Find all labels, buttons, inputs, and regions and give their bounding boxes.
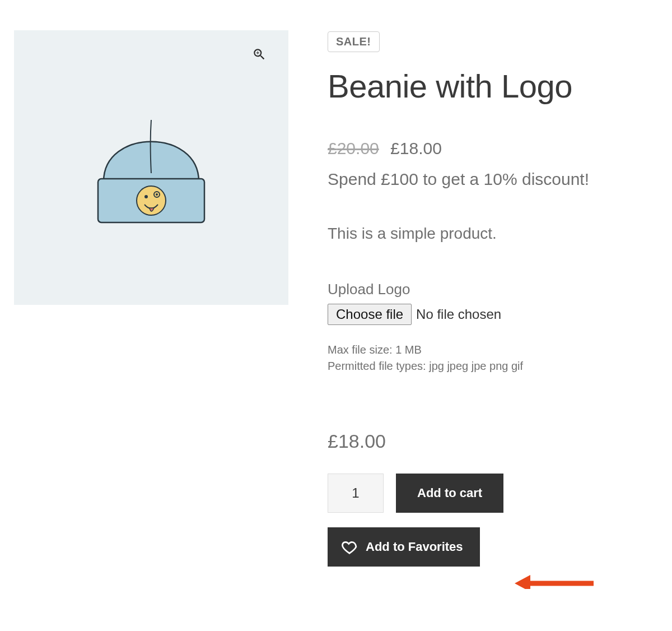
product-illustration — [78, 95, 224, 240]
quantity-input[interactable] — [328, 474, 384, 513]
upload-label: Upload Logo — [328, 281, 658, 298]
price-sale: £18.00 — [390, 139, 442, 157]
upload-section: Upload Logo Choose file No file chosen M… — [328, 281, 658, 374]
product-title: Beanie with Logo — [328, 68, 658, 105]
zoom-icon[interactable] — [252, 47, 269, 64]
sale-badge: SALE! — [328, 31, 380, 52]
file-status: No file chosen — [416, 307, 501, 322]
file-hint-size: Max file size: 1 MB — [328, 342, 658, 358]
price-original: £20.00 — [328, 139, 379, 157]
choose-file-button[interactable]: Choose file — [328, 304, 412, 325]
svg-point-2 — [144, 195, 148, 198]
price-row: £20.00 £18.00 — [328, 139, 658, 158]
file-hint-types: Permitted file types: jpg jpeg jpe png g… — [328, 358, 658, 374]
short-description: This is a simple product. — [328, 225, 658, 243]
add-to-cart-button[interactable]: Add to cart — [396, 474, 503, 513]
heart-icon — [341, 539, 358, 555]
annotation-arrow — [512, 569, 596, 589]
product-summary: SALE! Beanie with Logo £20.00 £18.00 Spe… — [328, 30, 658, 567]
final-price: £18.00 — [328, 430, 658, 452]
cart-row: Add to cart — [328, 474, 658, 513]
file-hint: Max file size: 1 MB Permitted file types… — [328, 342, 658, 374]
add-to-favorites-button[interactable]: Add to Favorites — [328, 527, 480, 567]
product-image[interactable] — [14, 30, 288, 305]
product-container: SALE! Beanie with Logo £20.00 £18.00 Spe… — [14, 30, 658, 567]
svg-point-3 — [156, 193, 158, 196]
add-to-favorites-label: Add to Favorites — [366, 540, 463, 554]
promo-text: Spend £100 to get a 10% discount! — [328, 168, 658, 190]
svg-marker-5 — [515, 575, 530, 589]
